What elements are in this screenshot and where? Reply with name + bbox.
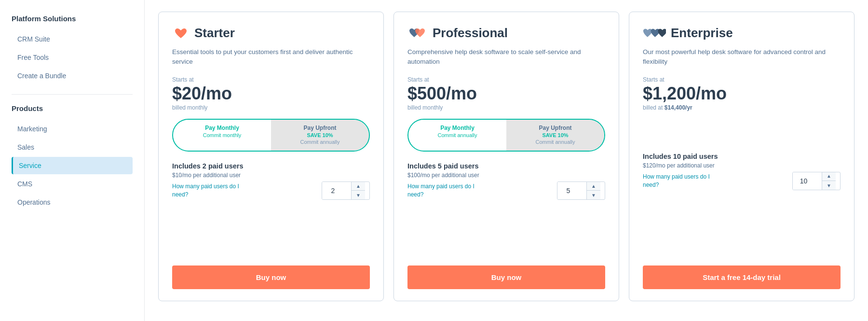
- enterprise-icon: [643, 27, 666, 40]
- starter-decrement-button[interactable]: ▼: [352, 191, 365, 200]
- starter-users-link[interactable]: How many paid users do I need?: [172, 182, 249, 199]
- professional-user-input[interactable]: [557, 182, 586, 199]
- professional-icon: [407, 27, 428, 40]
- professional-increment-button[interactable]: ▲: [587, 181, 600, 191]
- enterprise-price: $1,200/mo: [643, 84, 841, 103]
- starter-user-input[interactable]: [322, 182, 351, 199]
- enterprise-cta-button[interactable]: Start a free 14-day trial: [643, 265, 841, 289]
- sidebar-item-operations[interactable]: Operations: [12, 194, 133, 211]
- starter-buy-button[interactable]: Buy now: [172, 265, 370, 289]
- professional-users-title: Includes 5 paid users: [407, 162, 605, 170]
- starter-monthly-sub: Commit monthly: [177, 132, 267, 139]
- sidebar-item-sales[interactable]: Sales: [12, 139, 133, 156]
- enterprise-title: Enterprise: [671, 26, 733, 41]
- starter-users-row: How many paid users do I need? ▲ ▼: [172, 181, 370, 200]
- enterprise-billing: billed at $14,400/yr: [643, 104, 841, 111]
- professional-toggle-upfront[interactable]: Pay Upfront SAVE 10% Commit annually: [506, 120, 604, 151]
- professional-title: Professional: [433, 26, 508, 41]
- professional-users-additional: $100/mo per additional user: [407, 172, 605, 179]
- sidebar-divider: [12, 94, 133, 95]
- sidebar: Platform Solutions CRM Suite Free Tools …: [0, 0, 145, 321]
- professional-save-badge: SAVE 10%: [510, 132, 600, 139]
- professional-starts-at: Starts at: [407, 76, 605, 83]
- enterprise-billing-strike: $14,400/yr: [665, 104, 692, 111]
- sidebar-item-service[interactable]: Service: [12, 157, 133, 174]
- enterprise-toggle-spacer: [643, 119, 841, 153]
- starter-monthly-label: Pay Monthly: [205, 125, 239, 131]
- enterprise-card: Enterprise Our most powerful help desk s…: [629, 12, 854, 301]
- professional-users-link[interactable]: How many paid users do I need?: [407, 182, 485, 199]
- platform-section-title: Platform Solutions: [12, 14, 133, 23]
- professional-buy-button[interactable]: Buy now: [407, 265, 605, 289]
- sidebar-item-create-bundle[interactable]: Create a Bundle: [12, 67, 133, 84]
- professional-stepper-buttons: ▲ ▼: [586, 181, 600, 200]
- sidebar-item-cms[interactable]: CMS: [12, 175, 133, 193]
- enterprise-users-row: How many paid users do I need? ▲ ▼: [643, 172, 841, 190]
- enterprise-stepper-buttons: ▲ ▼: [822, 172, 836, 190]
- starter-users-title: Includes 2 paid users: [172, 162, 370, 170]
- starter-upfront-label: Pay Upfront: [303, 125, 336, 131]
- main-content: Starter Essential tools to put your cust…: [145, 0, 868, 321]
- enterprise-starts-at: Starts at: [643, 76, 841, 83]
- starter-header: Starter: [172, 26, 370, 41]
- enterprise-increment-button[interactable]: ▲: [822, 172, 836, 181]
- professional-monthly-sub: Commit annually: [412, 132, 502, 139]
- enterprise-user-input[interactable]: [793, 172, 822, 190]
- starter-stepper-buttons: ▲ ▼: [351, 181, 365, 200]
- professional-card: Professional Comprehensive help desk sof…: [393, 12, 619, 301]
- starter-save-badge: SAVE 10%: [275, 132, 365, 139]
- professional-user-stepper[interactable]: ▲ ▼: [557, 181, 605, 200]
- professional-payment-toggle[interactable]: Pay Monthly Commit annually Pay Upfront …: [407, 119, 605, 152]
- enterprise-header: Enterprise: [643, 26, 841, 41]
- enterprise-billing-text: billed at: [643, 104, 665, 111]
- enterprise-users-additional: $120/mo per additional user: [643, 162, 841, 169]
- professional-decrement-button[interactable]: ▼: [587, 191, 600, 200]
- professional-upfront-label: Pay Upfront: [539, 125, 571, 131]
- starter-description: Essential tools to put your customers fi…: [172, 47, 370, 68]
- enterprise-description: Our most powerful help desk software for…: [643, 47, 841, 68]
- professional-users-section: Includes 5 paid users $100/mo per additi…: [407, 162, 605, 200]
- professional-description: Comprehensive help desk software to scal…: [407, 47, 605, 68]
- professional-toggle-monthly[interactable]: Pay Monthly Commit annually: [408, 120, 506, 151]
- enterprise-user-stepper[interactable]: ▲ ▼: [792, 172, 841, 190]
- enterprise-users-title: Includes 10 paid users: [643, 153, 841, 160]
- starter-user-stepper[interactable]: ▲ ▼: [322, 181, 370, 200]
- starter-users-additional: $10/mo per additional user: [172, 172, 370, 179]
- professional-billing: billed monthly: [407, 104, 605, 111]
- sidebar-item-crm-suite[interactable]: CRM Suite: [12, 30, 133, 48]
- products-section-title: Products: [12, 104, 133, 112]
- starter-users-section: Includes 2 paid users $10/mo per additio…: [172, 162, 370, 200]
- professional-users-row: How many paid users do I need? ▲ ▼: [407, 181, 605, 200]
- professional-price: $500/mo: [407, 84, 605, 103]
- starter-toggle-upfront[interactable]: Pay Upfront SAVE 10% Commit annually: [271, 120, 369, 151]
- professional-upfront-sub: Commit annually: [510, 139, 600, 145]
- starter-starts-at: Starts at: [172, 76, 370, 83]
- professional-header: Professional: [407, 26, 605, 41]
- starter-icon: [172, 27, 190, 40]
- sidebar-item-free-tools[interactable]: Free Tools: [12, 49, 133, 66]
- starter-card: Starter Essential tools to put your cust…: [158, 12, 384, 301]
- enterprise-decrement-button[interactable]: ▼: [822, 181, 836, 190]
- starter-price: $20/mo: [172, 84, 370, 103]
- enterprise-users-section: Includes 10 paid users $120/mo per addit…: [643, 153, 841, 190]
- professional-monthly-label: Pay Monthly: [440, 125, 475, 131]
- starter-title: Starter: [194, 26, 235, 41]
- starter-increment-button[interactable]: ▲: [352, 181, 365, 191]
- starter-upfront-sub: Commit annually: [275, 139, 365, 145]
- starter-payment-toggle[interactable]: Pay Monthly Commit monthly Pay Upfront S…: [172, 119, 370, 152]
- starter-billing: billed monthly: [172, 104, 370, 111]
- enterprise-users-link[interactable]: How many paid users do I need?: [643, 173, 720, 189]
- sidebar-item-marketing[interactable]: Marketing: [12, 120, 133, 138]
- starter-toggle-monthly[interactable]: Pay Monthly Commit monthly: [173, 120, 271, 151]
